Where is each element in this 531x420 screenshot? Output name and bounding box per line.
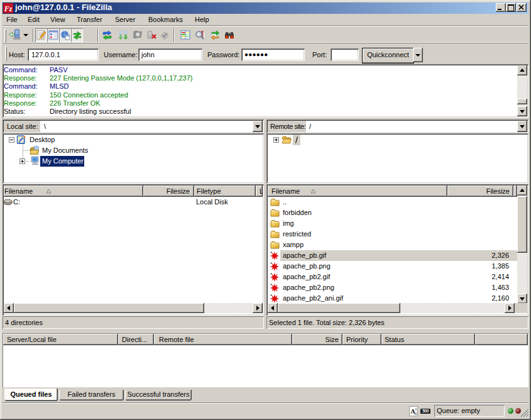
svg-text:A: A bbox=[410, 407, 415, 415]
svg-text:Fz: Fz bbox=[4, 4, 13, 13]
